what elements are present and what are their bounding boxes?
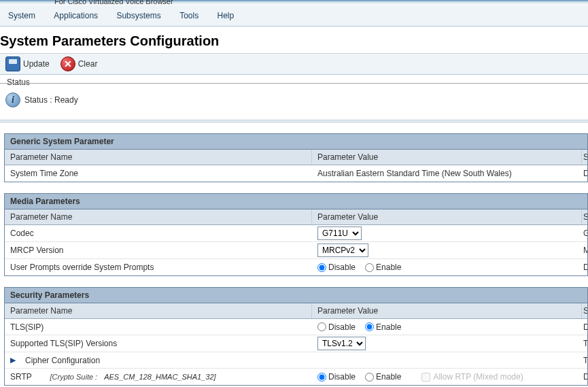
row-system-time-zone: System Time Zone Australian Eastern Stan… [5, 165, 587, 182]
clear-x-icon: ✕ [60, 56, 75, 71]
status-group: i Status : Ready [0, 83, 588, 112]
tls-sip-enable-radio[interactable] [365, 322, 374, 331]
info-icon: i [5, 92, 20, 107]
update-label: Update [23, 59, 50, 69]
allow-rtp-label: Allow RTP (Mixed mode) [433, 372, 523, 382]
col-parameter-name: Parameter Name [5, 150, 312, 165]
col-parameter-name: Parameter Name [5, 303, 312, 318]
col-suggested: S [582, 303, 587, 318]
col-suggested: S [582, 150, 587, 165]
toolbar: Update ✕ Clear [0, 53, 588, 75]
row-user-prompts: User Prompts override System Prompts Dis… [5, 259, 587, 275]
tls-sip-suggested: D [582, 320, 587, 335]
srtp-suggested: D [582, 369, 587, 384]
srtp-enable-label: Enable [376, 372, 401, 382]
security-header-row: Parameter Name Parameter Value S [5, 303, 587, 319]
mrcp-label: MRCP Version [5, 243, 312, 258]
menu-bar: System Applications Subsystems Tools Hel… [0, 5, 588, 27]
page-title: System Parameters Configuration [0, 27, 588, 53]
expand-arrow-icon[interactable]: ▶ [10, 356, 16, 365]
col-parameter-value: Parameter Value [312, 209, 582, 224]
row-tls-sip: TLS(SIP) Disable Enable D [5, 319, 587, 335]
srtp-disable-radio[interactable] [317, 373, 326, 382]
menu-help[interactable]: Help [209, 8, 242, 23]
user-prompts-suggested: D [582, 260, 587, 275]
allow-rtp-checkbox [421, 373, 430, 382]
separator [0, 120, 588, 122]
user-prompts-disable-label: Disable [328, 263, 356, 272]
media-parameters-panel: Media Parameters Parameter Name Paramete… [4, 193, 588, 276]
row-mrcp-version: MRCP Version MRCPv2 M [5, 242, 587, 259]
row-srtp: SRTP [Crypto Suite : AES_CM_128_HMAC_SHA… [5, 369, 587, 385]
tls-versions-suggested: T [582, 336, 587, 351]
media-header-row: Parameter Name Parameter Value S [5, 209, 587, 225]
srtp-label: SRTP [10, 372, 32, 382]
mrcp-suggested: M [582, 243, 587, 258]
security-panel-title: Security Parameters [5, 288, 587, 303]
tls-sip-disable-label: Disable [328, 322, 356, 332]
user-prompts-enable-radio[interactable] [365, 263, 374, 272]
tls-sip-disable-radio[interactable] [317, 322, 326, 331]
time-zone-label: System Time Zone [5, 166, 312, 181]
tls-sip-label: TLS(SIP) [5, 320, 312, 335]
security-parameters-panel: Security Parameters Parameter Name Param… [4, 287, 588, 386]
allow-rtp-wrap: Allow RTP (Mixed mode) [421, 372, 523, 382]
generic-header-row: Parameter Name Parameter Value S [5, 150, 587, 165]
tls-versions-label: Supported TLS(SIP) Versions [5, 336, 312, 351]
cipher-label: Cipher Configuration [25, 356, 100, 365]
srtp-crypto-label: [Crypto Suite : [50, 373, 97, 381]
user-prompts-disable-radio[interactable] [317, 263, 326, 272]
row-cipher-configuration[interactable]: ▶ Cipher Configuration T [5, 352, 587, 369]
time-zone-suggested: D [582, 166, 587, 181]
tls-sip-enable-label: Enable [376, 322, 401, 332]
srtp-crypto-value: AES_CM_128_HMAC_SHA1_32] [104, 373, 215, 381]
user-prompts-enable-label: Enable [376, 263, 401, 272]
codec-select[interactable]: G711U [317, 226, 362, 240]
menu-subsystems[interactable]: Subsystems [108, 8, 169, 23]
srtp-disable-label: Disable [328, 372, 356, 382]
product-tag: For Cisco Virtualized Voice Browser [54, 0, 173, 5]
clear-button[interactable]: ✕ Clear [60, 56, 98, 71]
app-header: For Cisco Virtualized Voice Browser [0, 0, 588, 5]
update-button[interactable]: Update [5, 56, 50, 71]
status-text: Status : Ready [24, 95, 78, 105]
media-panel-title: Media Parameters [5, 194, 587, 209]
clear-label: Clear [78, 59, 98, 69]
codec-suggested: G [582, 226, 587, 241]
codec-label: Codec [5, 226, 312, 241]
generic-system-panel: Generic System Parameter Parameter Name … [4, 133, 588, 182]
mrcp-select[interactable]: MRCPv2 [317, 243, 368, 257]
col-parameter-value: Parameter Value [312, 303, 582, 318]
menu-applications[interactable]: Applications [46, 8, 106, 23]
menu-system[interactable]: System [0, 8, 44, 23]
user-prompts-label: User Prompts override System Prompts [5, 260, 312, 275]
row-tls-versions: Supported TLS(SIP) Versions TLSv1.2 T [5, 335, 587, 352]
col-suggested: S [582, 209, 587, 224]
generic-panel-title: Generic System Parameter [5, 134, 587, 150]
time-zone-value: Australian Eastern Standard Time (New So… [312, 167, 582, 180]
menu-tools[interactable]: Tools [171, 8, 207, 23]
srtp-enable-radio[interactable] [365, 373, 374, 382]
col-parameter-value: Parameter Value [312, 150, 582, 165]
tls-versions-select[interactable]: TLSv1.2 [317, 337, 366, 350]
row-codec: Codec G711U G [5, 225, 587, 242]
col-parameter-name: Parameter Name [5, 209, 312, 224]
save-disk-icon [5, 56, 20, 71]
cipher-suggested: T [582, 353, 587, 368]
